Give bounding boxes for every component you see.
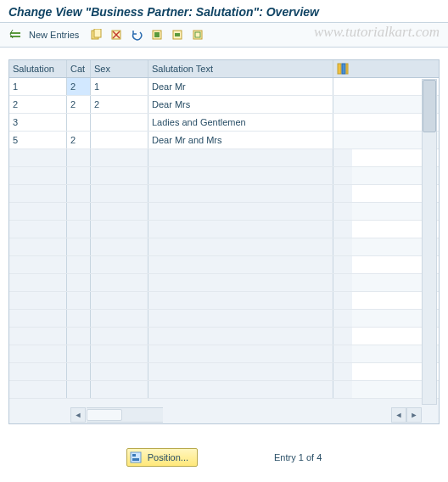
svg-rect-18 xyxy=(132,458,139,461)
table-row-empty[interactable] xyxy=(9,292,439,310)
svg-rect-17 xyxy=(132,454,136,457)
select-all-icon[interactable] xyxy=(148,26,165,43)
cell-text[interactable]: Ladies and Gentlemen xyxy=(148,114,333,131)
table-row-empty[interactable] xyxy=(9,221,439,238)
col-cat[interactable]: Cat xyxy=(67,60,91,77)
svg-rect-16 xyxy=(131,452,141,462)
cell-sex[interactable]: 1 xyxy=(91,78,148,95)
entry-count-text: Entry 1 of 4 xyxy=(274,452,322,462)
scroll-left2-icon[interactable]: ◄ xyxy=(391,407,406,423)
table-header-row: Salutation Cat Sex Salutation Text xyxy=(9,60,439,78)
cell-text[interactable]: Dear Mr and Mrs xyxy=(148,132,333,149)
page-title: Change View "Business Partner: Salutatio… xyxy=(0,0,448,23)
toolbar: New Entries xyxy=(0,23,448,48)
cell-salutation[interactable]: 3 xyxy=(9,114,67,131)
table-row[interactable]: 5 2 Dear Mr and Mrs xyxy=(9,132,439,149)
cell-text[interactable]: Dear Mr xyxy=(148,78,333,95)
svg-rect-13 xyxy=(338,64,341,74)
data-table: Salutation Cat Sex Salutation Text 1 2 1… xyxy=(8,59,440,424)
table-row-empty[interactable] xyxy=(9,149,439,167)
svg-rect-15 xyxy=(346,64,348,74)
table-row-empty[interactable] xyxy=(9,256,439,274)
cell-sex[interactable]: 2 xyxy=(91,96,148,113)
horizontal-scrollbar: ◄ ◄ ► xyxy=(11,408,422,422)
table-body: 1 2 1 Dear Mr 2 2 2 Dear Mrs 3 Ladies an… xyxy=(9,78,439,399)
undo-icon[interactable] xyxy=(128,26,145,43)
svg-rect-10 xyxy=(175,33,180,36)
cell-salutation[interactable]: 2 xyxy=(9,96,67,113)
col-sex[interactable]: Sex xyxy=(91,60,148,77)
table-row[interactable]: 2 2 2 Dear Mrs xyxy=(9,96,439,114)
table-row-empty[interactable] xyxy=(9,328,439,345)
svg-rect-8 xyxy=(154,32,160,37)
select-block-icon[interactable] xyxy=(169,26,186,43)
configure-columns-icon[interactable] xyxy=(333,60,352,77)
position-label: Position... xyxy=(148,452,188,462)
table-row-empty[interactable] xyxy=(9,167,439,185)
col-salutation[interactable]: Salutation xyxy=(9,60,67,77)
table-row-empty[interactable] xyxy=(9,310,439,328)
scroll-left-icon[interactable]: ◄ xyxy=(70,407,86,423)
vertical-scrollbar[interactable] xyxy=(422,79,437,405)
table-row-empty[interactable] xyxy=(9,363,439,381)
table-row-empty[interactable] xyxy=(9,185,439,203)
new-entries-button[interactable]: New Entries xyxy=(27,30,84,40)
svg-rect-3 xyxy=(94,29,101,37)
scroll-thumb[interactable] xyxy=(423,80,436,132)
table-row[interactable]: 1 2 1 Dear Mr xyxy=(9,78,439,96)
cell-cat[interactable]: 2 xyxy=(67,132,91,149)
table-row-empty[interactable] xyxy=(9,381,439,399)
cell-sex[interactable] xyxy=(91,132,148,149)
hscroll-thumb[interactable] xyxy=(87,409,122,421)
table-row[interactable]: 3 Ladies and Gentlemen xyxy=(9,114,439,132)
toggle-view-icon[interactable] xyxy=(7,26,24,43)
position-button[interactable]: Position... xyxy=(126,448,198,467)
table-row-empty[interactable] xyxy=(9,274,439,292)
cell-cat[interactable] xyxy=(67,114,91,131)
hscroll-track[interactable] xyxy=(87,407,163,423)
scroll-right-icon[interactable]: ► xyxy=(406,407,422,423)
cell-salutation[interactable]: 5 xyxy=(9,132,67,149)
cell-sex[interactable] xyxy=(91,114,148,131)
svg-rect-14 xyxy=(342,64,345,74)
svg-rect-0 xyxy=(10,32,20,34)
table-row-empty[interactable] xyxy=(9,238,439,256)
footer: Position... Entry 1 of 4 xyxy=(0,448,448,467)
deselect-all-icon[interactable] xyxy=(189,26,206,43)
cell-text[interactable]: Dear Mrs xyxy=(148,96,333,113)
copy-as-icon[interactable] xyxy=(87,26,104,43)
delete-icon[interactable] xyxy=(108,26,125,43)
table-row-empty[interactable] xyxy=(9,345,439,363)
cell-cat[interactable]: 2 xyxy=(67,78,91,95)
col-salutation-text[interactable]: Salutation Text xyxy=(148,60,333,77)
table-row-empty[interactable] xyxy=(9,203,439,221)
cell-salutation[interactable]: 1 xyxy=(9,78,67,95)
cell-cat[interactable]: 2 xyxy=(67,96,91,113)
position-icon xyxy=(129,451,143,464)
